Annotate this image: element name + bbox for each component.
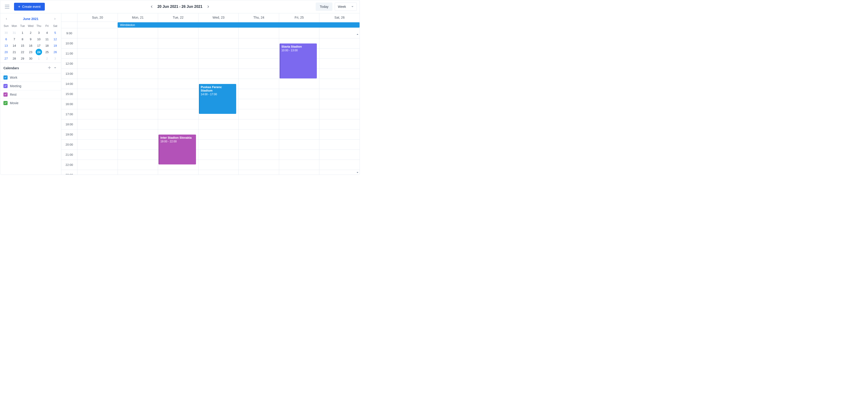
hour-cell[interactable] (198, 69, 239, 79)
event[interactable]: Slavia Stadion10:00 - 13:00 (280, 44, 317, 78)
allday-cell[interactable] (78, 22, 118, 28)
day-column[interactable]: Slavia Stadion10:00 - 13:00 (279, 28, 319, 175)
hour-cell[interactable] (78, 109, 118, 119)
mini-day-cell[interactable]: 16 (27, 42, 34, 49)
mini-day-cell[interactable]: 4 (44, 29, 50, 36)
mini-next-button[interactable] (52, 17, 57, 21)
prev-range-button[interactable] (149, 4, 154, 9)
mini-prev-button[interactable] (4, 17, 9, 21)
hour-cell[interactable] (198, 59, 239, 69)
hour-cell[interactable] (118, 170, 158, 175)
hour-cell[interactable] (239, 119, 279, 130)
hour-cell[interactable] (118, 38, 158, 49)
hour-cell[interactable] (319, 160, 360, 170)
mini-day-cell[interactable]: 22 (19, 49, 26, 55)
day-header[interactable]: Fri, 25 (279, 13, 319, 22)
hour-cell[interactable] (279, 130, 319, 140)
calendar-checkbox[interactable] (3, 101, 8, 105)
mini-day-cell[interactable]: 10 (36, 36, 42, 42)
mini-day-cell[interactable]: 27 (3, 55, 9, 62)
day-header[interactable]: Wed, 23 (198, 13, 239, 22)
hour-cell[interactable] (118, 140, 158, 150)
mini-day-cell[interactable]: 6 (3, 36, 9, 42)
hour-cell[interactable] (78, 99, 118, 109)
hour-cell[interactable] (279, 109, 319, 119)
hour-cell[interactable] (319, 38, 360, 49)
hour-cell[interactable] (319, 49, 360, 59)
hour-cell[interactable] (279, 99, 319, 109)
view-select[interactable]: Week (335, 2, 357, 11)
hour-cell[interactable] (319, 109, 360, 119)
mini-day-cell[interactable]: 20 (3, 49, 9, 55)
mini-day-cell[interactable]: 15 (19, 42, 26, 49)
mini-day-cell[interactable]: 3 (36, 29, 42, 36)
today-button[interactable]: Today (316, 2, 333, 11)
hour-cell[interactable] (78, 160, 118, 170)
mini-day-cell[interactable]: 25 (44, 49, 50, 55)
hour-cell[interactable] (239, 130, 279, 140)
hour-cell[interactable] (239, 69, 279, 79)
mini-day-cell[interactable]: 31 (11, 29, 18, 36)
hour-cell[interactable] (78, 49, 118, 59)
event[interactable]: Puskas Ferenc Stadium14:00 - 17:00 (199, 84, 237, 114)
mini-day-cell[interactable]: 26 (52, 49, 58, 55)
hour-cell[interactable] (279, 160, 319, 170)
mini-day-cell[interactable]: 24 (36, 49, 42, 55)
hour-cell[interactable] (239, 28, 279, 38)
hour-cell[interactable] (279, 89, 319, 99)
calendar-checkbox[interactable] (3, 92, 8, 96)
scroll-up-arrow[interactable] (356, 33, 359, 36)
hour-cell[interactable] (158, 69, 198, 79)
mini-day-cell[interactable]: 3 (52, 55, 58, 62)
hour-cell[interactable] (78, 130, 118, 140)
hour-cell[interactable] (158, 49, 198, 59)
hour-cell[interactable] (319, 150, 360, 160)
mini-day-cell[interactable]: 28 (11, 55, 18, 62)
hour-cell[interactable] (78, 140, 118, 150)
hour-cell[interactable] (198, 170, 239, 175)
mini-day-cell[interactable]: 23 (27, 49, 34, 55)
calendar-item[interactable]: Movie (0, 99, 61, 107)
hour-cell[interactable] (239, 140, 279, 150)
hour-cell[interactable] (118, 119, 158, 130)
calendar-checkbox[interactable] (3, 84, 8, 88)
mini-day-cell[interactable]: 30 (3, 29, 9, 36)
hour-cell[interactable] (198, 28, 239, 38)
hour-cell[interactable] (158, 109, 198, 119)
mini-day-cell[interactable]: 14 (11, 42, 18, 49)
day-header[interactable]: Sun, 20 (78, 13, 118, 22)
hour-cell[interactable] (279, 28, 319, 38)
hour-cell[interactable] (239, 170, 279, 175)
hour-cell[interactable] (279, 170, 319, 175)
hour-cell[interactable] (158, 89, 198, 99)
mini-day-cell[interactable]: 11 (44, 36, 50, 42)
mini-day-cell[interactable]: 29 (19, 55, 26, 62)
hour-cell[interactable] (118, 59, 158, 69)
day-column[interactable] (78, 28, 118, 175)
hour-cell[interactable] (158, 119, 198, 130)
hour-cell[interactable] (198, 49, 239, 59)
hour-cell[interactable] (158, 79, 198, 89)
hour-cell[interactable] (279, 140, 319, 150)
mini-day-cell[interactable]: 18 (44, 42, 50, 49)
hour-cell[interactable] (78, 89, 118, 99)
mini-day-cell[interactable]: 13 (3, 42, 9, 49)
hour-cell[interactable] (239, 99, 279, 109)
calendar-item[interactable]: Rest (0, 90, 61, 99)
mini-day-cell[interactable]: 2 (44, 55, 50, 62)
hour-cell[interactable] (198, 140, 239, 150)
menu-toggle-button[interactable] (3, 2, 11, 11)
hour-cell[interactable] (198, 38, 239, 49)
hour-cell[interactable] (118, 99, 158, 109)
mini-day-cell[interactable]: 8 (19, 36, 26, 42)
hour-cell[interactable] (78, 170, 118, 175)
mini-day-cell[interactable]: 12 (52, 36, 58, 42)
hour-cell[interactable] (78, 119, 118, 130)
hour-cell[interactable] (279, 119, 319, 130)
hour-cell[interactable] (239, 89, 279, 99)
hour-cell[interactable] (118, 150, 158, 160)
event[interactable]: Inter Stadion Slovakia19:00 - 22:00 (158, 135, 196, 164)
hour-cell[interactable] (118, 69, 158, 79)
hour-cell[interactable] (198, 130, 239, 140)
grid-scroll[interactable]: 9:0010:0011:0012:0013:0014:0015:0016:001… (61, 28, 360, 175)
